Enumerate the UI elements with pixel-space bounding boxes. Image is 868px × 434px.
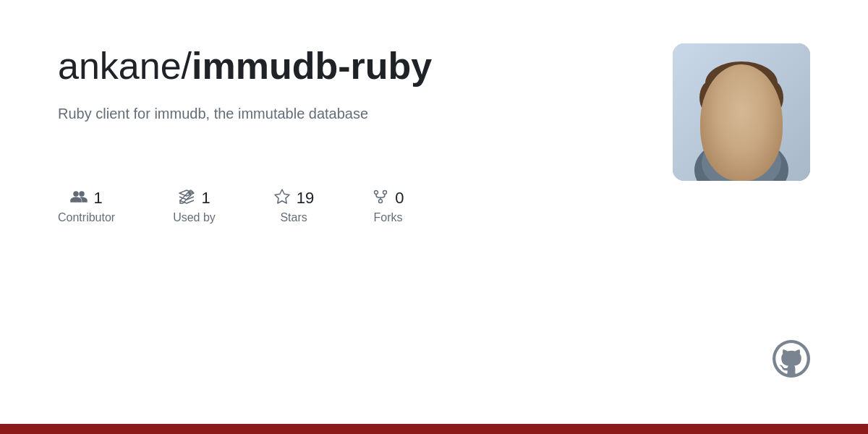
stat-forks-top: 0 xyxy=(372,188,404,208)
svg-point-18 xyxy=(379,200,383,203)
avatar-image xyxy=(673,43,810,181)
repo-title-section: ankane/immudb-ruby Ruby client for immud… xyxy=(58,43,644,158)
svg-point-10 xyxy=(724,106,734,118)
stat-contributors[interactable]: 1 Contributor xyxy=(58,188,115,224)
main-content: ankane/immudb-ruby Ruby client for immud… xyxy=(0,0,868,424)
stat-forks[interactable]: 0 Forks xyxy=(372,188,404,224)
svg-point-3 xyxy=(702,134,781,181)
stat-contributors-top: 1 xyxy=(70,188,102,208)
repo-header: ankane/immudb-ruby Ruby client for immud… xyxy=(58,43,810,181)
svg-point-15 xyxy=(756,117,770,126)
forks-count: 0 xyxy=(395,189,404,208)
stars-label: Stars xyxy=(280,211,307,224)
svg-point-5 xyxy=(707,72,776,152)
contributors-count: 1 xyxy=(93,189,102,208)
package-icon xyxy=(178,188,195,208)
repo-description: Ruby client for immudb, the immutable da… xyxy=(58,106,644,122)
repo-title: ankane/immudb-ruby xyxy=(58,43,600,88)
avatar-container xyxy=(673,43,810,181)
avatar-svg xyxy=(673,43,810,181)
svg-point-7 xyxy=(699,80,726,116)
fork-icon xyxy=(372,188,389,208)
contributors-label: Contributor xyxy=(58,211,115,224)
used-by-label: Used by xyxy=(173,211,216,224)
svg-rect-9 xyxy=(705,83,778,105)
bottom-bar xyxy=(0,424,868,434)
svg-point-11 xyxy=(749,106,759,118)
svg-rect-1 xyxy=(673,43,810,181)
svg-point-8 xyxy=(757,80,783,116)
svg-rect-4 xyxy=(731,129,752,147)
svg-point-13 xyxy=(752,109,758,116)
stars-count: 19 xyxy=(297,189,314,208)
star-icon xyxy=(273,188,291,208)
stats-row: 1 Contributor 1 Used by xyxy=(58,188,810,224)
stat-used-by-top: 1 xyxy=(178,188,210,208)
stat-used-by[interactable]: 1 Used by xyxy=(173,188,216,224)
stat-stars-top: 19 xyxy=(273,188,314,208)
stat-stars[interactable]: 19 Stars xyxy=(273,188,314,224)
forks-label: Forks xyxy=(373,211,402,224)
github-logo[interactable] xyxy=(773,340,810,380)
svg-point-14 xyxy=(712,117,727,126)
avatar[interactable] xyxy=(673,43,810,181)
used-by-count: 1 xyxy=(201,189,210,208)
svg-point-12 xyxy=(728,109,733,116)
repo-owner[interactable]: ankane/ xyxy=(58,45,192,87)
svg-point-6 xyxy=(705,61,778,105)
repo-name[interactable]: immudb-ruby xyxy=(192,45,432,87)
people-icon xyxy=(70,188,88,208)
